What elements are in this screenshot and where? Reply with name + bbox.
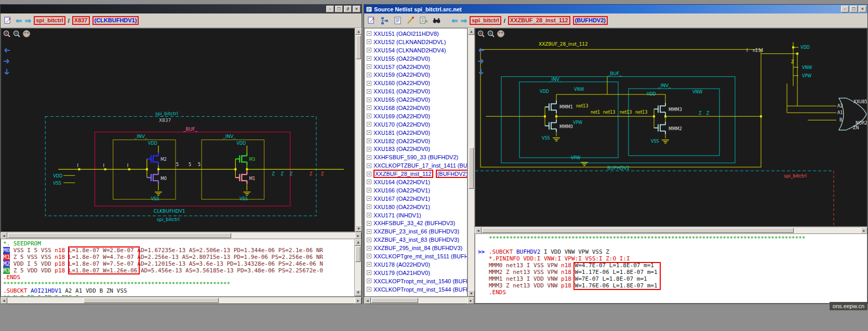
tree-vscrollbar[interactable]: ▲ ▼ bbox=[468, 28, 474, 297]
expand-icon[interactable]: + bbox=[367, 270, 371, 275]
expand-icon[interactable]: + bbox=[367, 81, 371, 86]
tree-item[interactable]: +XXU183 (OA22HDV0) bbox=[365, 145, 467, 153]
expand-icon[interactable]: + bbox=[367, 163, 371, 168]
scroll-thumb[interactable] bbox=[356, 35, 361, 59]
expand-icon[interactable]: + bbox=[367, 287, 371, 292]
expand-icon[interactable]: + bbox=[367, 31, 371, 36]
schematic-canvas[interactable]: spi_bitctrlX837_BUF__INV__INV_VDDVDDM2M0… bbox=[1, 28, 355, 232]
expand-icon[interactable]: + bbox=[367, 254, 371, 258]
expand-icon[interactable]: + bbox=[367, 196, 371, 201]
maximize-icon[interactable]: □ bbox=[850, 6, 858, 12]
expand-icon[interactable]: + bbox=[367, 64, 371, 69]
tree-item[interactable]: +XXU166 (OA22HDV1) bbox=[365, 186, 467, 195]
minimize-icon[interactable]: - bbox=[841, 6, 849, 12]
scroll-down-icon[interactable]: ▼ bbox=[468, 290, 475, 297]
canvas-hscrollbar[interactable]: ◄ ► bbox=[1, 232, 362, 239]
report-icon[interactable] bbox=[392, 16, 403, 26]
pan-right-icon[interactable] bbox=[3, 57, 11, 65]
tree-item[interactable]: +XXU179 (OA21HDV0) bbox=[365, 269, 467, 277]
scroll-right-icon[interactable]: ► bbox=[468, 297, 474, 304]
tree-item[interactable]: +XXCLKOPTropt_mt_inst_1544 (BUFH bbox=[365, 285, 467, 294]
scroll-up-icon[interactable]: ▲ bbox=[355, 28, 362, 35]
expand-icon[interactable]: + bbox=[367, 246, 371, 251]
palette-icon[interactable] bbox=[22, 30, 31, 38]
expand-icon[interactable]: + bbox=[367, 262, 371, 267]
zoom-in-icon[interactable] bbox=[477, 30, 485, 38]
pan-down-icon[interactable] bbox=[477, 68, 485, 76]
maximize-icon[interactable]: □ bbox=[335, 6, 343, 12]
tree-item[interactable]: +XXU164 (OA22HDV1) bbox=[365, 178, 467, 186]
scroll-thumb[interactable] bbox=[482, 228, 794, 233]
close-icon[interactable]: × bbox=[859, 6, 866, 12]
breadcrumb-cell[interactable]: (CLKBUFHDV1) bbox=[92, 16, 139, 25]
breadcrumb-instance[interactable]: XXZBUF_28_inst_112 bbox=[508, 16, 570, 25]
forward-icon[interactable]: ⇒ bbox=[25, 17, 32, 24]
pan-left-icon[interactable] bbox=[477, 46, 485, 54]
tree-item[interactable]: +XXU180 (OA22HDV1) bbox=[365, 203, 467, 211]
expand-icon[interactable]: + bbox=[367, 122, 371, 127]
expand-icon[interactable]: + bbox=[367, 147, 371, 151]
expand-icon[interactable]: + bbox=[367, 172, 371, 176]
tree-item[interactable]: +XXU171 (INHDV1) bbox=[365, 211, 467, 219]
scroll-down-icon[interactable]: ▼ bbox=[355, 225, 362, 232]
tree-item[interactable]: +XXU182 (OA22HDV0) bbox=[365, 137, 467, 145]
tree-item[interactable]: +XXU159 (OA22HDV0) bbox=[365, 71, 467, 79]
netlist-text-area[interactable]: ****************************************… bbox=[475, 234, 867, 303]
expand-icon[interactable]: + bbox=[367, 188, 371, 192]
palette-icon[interactable] bbox=[497, 30, 505, 38]
netlist-vscrollbar[interactable]: ▲ ▼ bbox=[354, 239, 361, 296]
expand-icon[interactable]: + bbox=[367, 98, 371, 102]
tree-item[interactable]: +XXU167 (OA22HDV1) bbox=[365, 195, 467, 203]
schematic-canvas[interactable]: XXZBUF_28_inst_112_BUF__INV__INV_VDDVNWM… bbox=[475, 28, 867, 227]
tree-item[interactable]: +XXU168 (OA22HDV0) bbox=[365, 104, 467, 112]
tree-item[interactable]: +XXU160 (OA22HDV0) bbox=[365, 79, 467, 87]
tree-item[interactable]: +XXU181 (OA22HDV0) bbox=[365, 129, 467, 137]
tree-item[interactable]: +XXU151 (OAOI211HDV8) bbox=[365, 30, 467, 38]
tree-item[interactable]: +XXZBUF_295_inst_84 (BUFHDV3) bbox=[365, 244, 467, 252]
tree-item[interactable]: +XXZBUF_23_inst_66 (BUFHDV3) bbox=[365, 227, 467, 236]
tree-item[interactable]: +XXHFSBUF_590_33 (BUFHDV2) bbox=[365, 153, 467, 161]
expand-icon[interactable]: + bbox=[367, 139, 371, 143]
scroll-up-icon[interactable]: ▲ bbox=[355, 239, 362, 246]
list-icon[interactable] bbox=[418, 16, 429, 26]
breadcrumb-cell[interactable]: (BUFHDV2) bbox=[573, 16, 608, 25]
tree-hscrollbar[interactable]: ◄ ► bbox=[364, 297, 474, 304]
expand-icon[interactable]: + bbox=[367, 130, 371, 135]
tree-item[interactable]: +XXZBUF_43_inst_83 (BUFHDV3) bbox=[365, 236, 467, 244]
right-titlebar[interactable]: Source Netlist spi_bitctrl.src.net - □ × bbox=[364, 5, 867, 13]
tree-item[interactable]: +XXHFSBUF_33_42 (BUFHDV3) bbox=[365, 219, 467, 227]
expand-icon[interactable]: + bbox=[367, 105, 371, 110]
canvas-hscrollbar[interactable]: ◄ ► bbox=[475, 227, 867, 233]
zoom-out-icon[interactable] bbox=[487, 30, 495, 38]
canvas-vscrollbar[interactable]: ▲ ▼ bbox=[355, 28, 362, 232]
left-titlebar[interactable]: - □ ∂ × bbox=[1, 5, 362, 13]
tree-item-name[interactable]: XXZBUF_28_inst_112 bbox=[373, 170, 433, 178]
probe-icon[interactable] bbox=[405, 16, 416, 26]
pan-right-icon[interactable] bbox=[477, 57, 485, 65]
pan-left-icon[interactable] bbox=[3, 46, 11, 54]
hierarchy-icon[interactable] bbox=[379, 16, 390, 26]
tree-item[interactable]: +XXU152 (CLKNAND2HDVL) bbox=[365, 38, 467, 46]
scroll-thumb[interactable] bbox=[371, 298, 418, 303]
expand-icon[interactable]: + bbox=[367, 48, 371, 52]
expand-icon[interactable]: + bbox=[367, 213, 371, 217]
tree-item[interactable]: +XXU170 (OA22HDV0) bbox=[365, 120, 467, 129]
scroll-thumb[interactable] bbox=[84, 298, 219, 303]
scroll-left-icon[interactable]: ◄ bbox=[1, 297, 7, 304]
breadcrumb-root[interactable]: spi_bitctrl bbox=[470, 16, 501, 25]
netlist-text-area[interactable]: *. SEEDPROMM0 VSS I 5 VSS n18 L=1.8e-07 … bbox=[1, 239, 354, 296]
scroll-thumb[interactable] bbox=[355, 246, 360, 262]
tree-item-cell[interactable]: (BUFHDV2) bbox=[436, 170, 467, 178]
scroll-up-icon[interactable]: ▲ bbox=[468, 28, 475, 35]
expand-icon[interactable]: + bbox=[367, 204, 371, 209]
zoom-out-icon[interactable] bbox=[12, 30, 21, 38]
expand-icon[interactable]: + bbox=[367, 238, 371, 242]
netlist-view-icon[interactable] bbox=[366, 16, 377, 26]
netlist-view-icon[interactable] bbox=[3, 16, 13, 26]
zoom-in-icon[interactable] bbox=[3, 30, 11, 38]
breadcrumb-root[interactable]: spi_bitctrl bbox=[34, 16, 65, 25]
expand-icon[interactable]: + bbox=[367, 89, 371, 94]
tree-item[interactable]: +XXCLKOPTropt_mt_inst_1540 (BUFH bbox=[365, 277, 467, 285]
pan-down-icon[interactable] bbox=[3, 68, 11, 76]
expand-icon[interactable]: + bbox=[367, 180, 371, 184]
